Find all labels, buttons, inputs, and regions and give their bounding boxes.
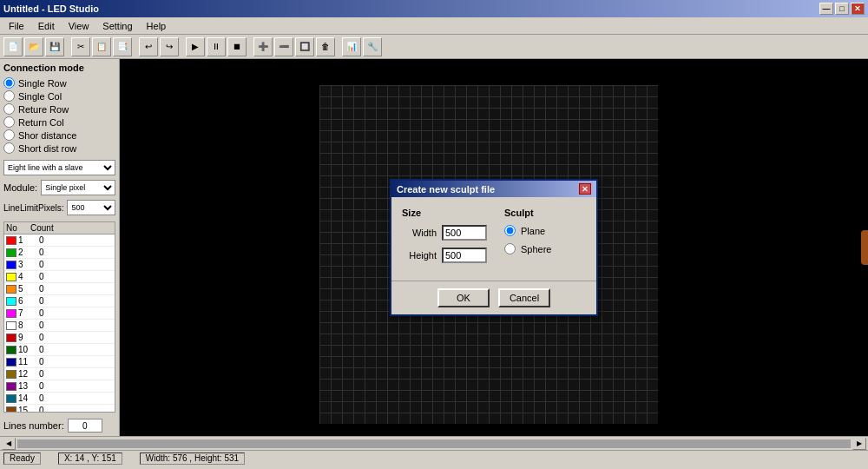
- tb-chart[interactable]: 📊: [342, 37, 361, 56]
- close-button[interactable]: ✕: [851, 3, 865, 15]
- list-item: 4 0: [4, 271, 115, 283]
- list-item: 10 0: [4, 344, 115, 356]
- radio-sphere[interactable]: Sphere: [504, 243, 551, 254]
- row-count: 0: [39, 296, 113, 306]
- color-swatch: [6, 394, 16, 403]
- radio-short-dist-row[interactable]: Short dist row: [3, 142, 115, 154]
- title-bar: Untitled - LED Studio — □ ✕: [0, 0, 868, 17]
- module-label: Module:: [3, 182, 37, 193]
- row-no: 12: [18, 369, 39, 379]
- row-count: 0: [39, 381, 113, 391]
- height-input[interactable]: [442, 248, 487, 263]
- menu-help[interactable]: Help: [141, 19, 172, 33]
- row-no: 14: [18, 393, 39, 403]
- ok-button[interactable]: OK: [437, 288, 490, 307]
- radio-return-col[interactable]: Return Col: [3, 116, 115, 128]
- row-count: 0: [39, 235, 113, 245]
- color-swatch: [6, 382, 16, 391]
- width-input[interactable]: [442, 225, 487, 241]
- tb-box[interactable]: 🔲: [295, 37, 314, 56]
- row-no: 11: [18, 357, 39, 367]
- list-item: 7 0: [4, 307, 115, 320]
- dialog-size-section: Size Width Height: [402, 208, 487, 270]
- dialog-close-button[interactable]: ✕: [579, 183, 591, 195]
- row-no: 4: [18, 272, 39, 281]
- status-dimensions: Width: 576 , Height: 531: [140, 452, 245, 465]
- light-list-body: 1 0 2 0 3 0 4 0 5 0 6 0 7 0 8: [4, 234, 115, 413]
- tb-delete[interactable]: 🗑: [316, 37, 335, 56]
- radio-reture-row[interactable]: Reture Row: [3, 103, 115, 115]
- row-count: 0: [39, 345, 113, 354]
- color-swatch: [6, 273, 16, 281]
- color-swatch: [6, 346, 16, 354]
- radio-single-col[interactable]: Single Col: [3, 90, 115, 102]
- row-count: 0: [39, 357, 113, 367]
- tb-cut[interactable]: ✂: [71, 37, 90, 56]
- status-bar: Ready X: 14 , Y: 151 Width: 576 , Height…: [0, 450, 868, 466]
- tb-new[interactable]: 📄: [3, 37, 23, 56]
- list-item: 13 0: [4, 380, 115, 393]
- color-swatch: [6, 358, 16, 367]
- tb-add[interactable]: ➕: [253, 37, 273, 56]
- tb-stop[interactable]: ⏹: [227, 37, 247, 56]
- row-no: 7: [18, 308, 39, 318]
- tb-paste[interactable]: 📑: [113, 37, 132, 56]
- row-no: 2: [18, 248, 39, 257]
- width-field: Width: [402, 225, 487, 241]
- height-label: Height: [402, 250, 437, 261]
- tb-settings[interactable]: 🔧: [363, 37, 382, 56]
- tb-undo[interactable]: ↩: [139, 37, 158, 56]
- tb-save[interactable]: 💾: [45, 37, 64, 56]
- row-count: 0: [39, 284, 113, 294]
- sculpt-section-title: Sculpt: [504, 208, 551, 218]
- tb-play[interactable]: ▶: [186, 37, 205, 56]
- plane-label: Plane: [521, 226, 545, 236]
- row-count: 0: [39, 272, 113, 281]
- cancel-button[interactable]: Cancel: [498, 288, 550, 307]
- dialog-sculpt-section: Sculpt Plane Sphere: [504, 208, 551, 270]
- eight-line-dropdown[interactable]: Eight line with a slave: [3, 160, 115, 175]
- menu-setting[interactable]: Setting: [97, 19, 137, 33]
- scroll-track[interactable]: [17, 439, 851, 448]
- list-item: 12 0: [4, 368, 115, 380]
- row-no: 6: [18, 296, 39, 306]
- module-dropdown[interactable]: Single pixel: [41, 180, 115, 195]
- minimize-button[interactable]: —: [819, 3, 833, 15]
- tb-copy[interactable]: 📋: [92, 37, 111, 56]
- toolbar: 📄 📂 💾 ✂ 📋 📑 ↩ ↪ ▶ ⏸ ⏹ ➕ ➖ 🔲 🗑 📊 🔧: [0, 35, 868, 59]
- create-sculpt-dialog: Create new sculpt file ✕ Size Width Heig…: [390, 179, 598, 316]
- status-ready: Ready: [3, 452, 41, 465]
- list-item: 3 0: [4, 259, 115, 271]
- tb-remove[interactable]: ➖: [274, 37, 293, 56]
- row-count: 0: [39, 369, 113, 379]
- menu-edit[interactable]: Edit: [33, 19, 60, 33]
- scroll-right-button[interactable]: ▶: [852, 438, 866, 450]
- color-swatch: [6, 297, 16, 306]
- connection-mode-radio-group: Single Row Single Col Reture Row Return …: [3, 77, 115, 154]
- scroll-left-button[interactable]: ◀: [2, 438, 16, 450]
- dialog-title-bar: Create new sculpt file ✕: [391, 181, 596, 197]
- lines-number-input[interactable]: [68, 419, 102, 433]
- tb-pause[interactable]: ⏸: [207, 37, 226, 56]
- maximize-button[interactable]: □: [835, 3, 849, 15]
- radio-plane[interactable]: Plane: [504, 225, 551, 236]
- tb-redo[interactable]: ↪: [160, 37, 179, 56]
- row-count: 0: [39, 260, 113, 269]
- radio-single-row[interactable]: Single Row: [3, 77, 115, 89]
- row-count: 0: [39, 320, 113, 330]
- dialog-title-text: Create new sculpt file: [397, 184, 495, 195]
- tb-open[interactable]: 📂: [24, 37, 43, 56]
- color-swatch: [6, 236, 16, 245]
- radio-shor-distance[interactable]: Shor distance: [3, 129, 115, 141]
- module-row: Module: Single pixel: [3, 180, 115, 195]
- header-count: Count: [30, 223, 113, 233]
- row-no: 3: [18, 260, 39, 269]
- color-swatch: [6, 334, 16, 342]
- line-limit-dropdown[interactable]: 500: [67, 200, 115, 215]
- menu-file[interactable]: File: [3, 19, 30, 33]
- dialog-body: Size Width Height Sculpt: [391, 197, 596, 281]
- menu-view[interactable]: View: [63, 19, 95, 33]
- list-item: 8 0: [4, 320, 115, 332]
- h-scrollbar: ◀ ▶: [0, 436, 868, 450]
- list-item: 5 0: [4, 283, 115, 295]
